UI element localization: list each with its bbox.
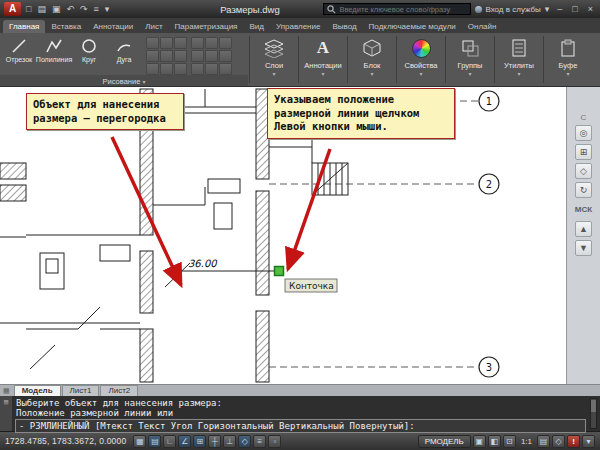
signin-area[interactable]: Вход в службы ▾ <box>475 2 550 16</box>
scroll-down-button[interactable]: ▼ <box>575 240 592 256</box>
new-file-icon[interactable]: □ <box>25 2 32 16</box>
grid-marker-number: 3 <box>486 362 492 373</box>
workspace-icon[interactable]: ▤ <box>537 435 550 448</box>
clipboard-panel-button[interactable]: Буфе ▾ <box>545 33 591 86</box>
modify-mini-icon[interactable] <box>191 63 204 75</box>
tab-vstavka[interactable]: Вставка <box>45 20 87 33</box>
modify-mini-icon[interactable] <box>174 37 187 49</box>
redo-icon[interactable]: ↷ <box>79 2 89 16</box>
draw-panel-title[interactable]: Рисование ▾ <box>0 75 248 87</box>
tab-list[interactable]: Лист <box>139 20 168 33</box>
annotation-panel-button[interactable]: A Аннотации ▾ <box>300 33 346 86</box>
tab-list2[interactable]: Лист2 <box>100 385 138 396</box>
modify-mini-icon[interactable] <box>146 63 159 75</box>
chevron-down-icon: ▾ <box>419 72 422 77</box>
navbar-pan-button[interactable]: ⊞ <box>575 144 592 160</box>
groups-panel-button[interactable]: Группы ▾ <box>447 33 493 86</box>
user-icon <box>475 6 482 13</box>
status-menu-icon[interactable]: ▾ <box>582 435 595 448</box>
tab-upravlenie[interactable]: Управление <box>270 20 326 33</box>
performance-icon[interactable]: ! <box>567 435 580 448</box>
tab-list1[interactable]: Лист1 <box>62 385 100 396</box>
properties-panel-button[interactable]: Свойства ▾ <box>398 33 444 86</box>
polyline-tool-button[interactable]: Полилиния <box>37 35 71 75</box>
circle-tool-button[interactable]: Круг <box>72 35 106 75</box>
signin-label: Вход в службы <box>485 5 540 14</box>
utilities-panel-button[interactable]: Утилиты ▾ <box>496 33 542 86</box>
command-history: Выберите объект для нанесения размера: П… <box>0 396 600 418</box>
lwt-toggle[interactable]: ≡ <box>253 435 266 448</box>
tab-parametrizaciya[interactable]: Параметризация <box>169 20 244 33</box>
modify-mini-icon[interactable] <box>219 50 232 62</box>
circle-icon <box>80 37 98 55</box>
save-icon[interactable]: ▣ <box>51 2 62 16</box>
command-line[interactable]: ▤ Выберите объект для нанесения размера:… <box>0 396 600 431</box>
modify-mini-icon[interactable] <box>160 63 173 75</box>
modify-mini-icon[interactable] <box>160 50 173 62</box>
modify-mini-grid <box>191 37 232 75</box>
modify-mini-icon[interactable] <box>219 37 232 49</box>
plot-icon[interactable]: ≡ <box>93 2 100 16</box>
tab-model[interactable]: Модель <box>14 385 61 396</box>
app-menu-button[interactable]: A <box>4 2 21 16</box>
modify-mini-icon[interactable] <box>160 37 173 49</box>
grid-toggle[interactable]: ▤ <box>148 435 161 448</box>
command-scrollbar-thumb[interactable] <box>591 400 596 412</box>
command-scrollbar[interactable] <box>590 398 597 429</box>
close-button[interactable]: × <box>585 4 596 14</box>
tab-glavnaya[interactable]: Главная <box>3 20 45 33</box>
tab-onlajn[interactable]: Онлайн <box>462 20 503 33</box>
scroll-up-button[interactable]: ▲ <box>575 221 592 237</box>
modify-mini-icon[interactable] <box>146 37 159 49</box>
tab-vyvod[interactable]: Вывод <box>326 20 362 33</box>
polar-toggle[interactable]: ∠ <box>178 435 191 448</box>
quickview-icon[interactable]: ◧ <box>488 435 501 448</box>
minimize-button[interactable]: – <box>554 4 565 14</box>
layout-nav-icon[interactable]: ▦ <box>3 387 10 395</box>
navbar-zoom-button[interactable]: ◇ <box>575 163 592 179</box>
chevron-down-icon: ▾ <box>468 72 471 77</box>
modify-mini-icon[interactable] <box>174 50 187 62</box>
modify-mini-icon[interactable] <box>146 50 159 62</box>
open-file-icon[interactable]: ▤ <box>36 2 47 16</box>
modify-mini-icon[interactable] <box>191 37 204 49</box>
ortho-toggle[interactable]: ∟ <box>163 435 176 448</box>
snap-toggle[interactable]: ▦ <box>133 435 146 448</box>
otrack-toggle[interactable]: ┼ <box>208 435 221 448</box>
tab-annotacii[interactable]: Аннотации <box>87 20 139 33</box>
callout-note-1: Объект для нанесения размера – перегород… <box>26 93 184 130</box>
undo-icon[interactable]: ↶ <box>65 2 75 16</box>
quick-access-chevron-icon[interactable]: ▾ <box>104 2 111 16</box>
modify-mini-icon[interactable] <box>219 63 232 75</box>
layers-panel-button[interactable]: Слои ▾ <box>251 33 297 86</box>
layout-model-icon[interactable]: ▣ <box>473 435 486 448</box>
lock-icon[interactable]: ◇ <box>552 435 565 448</box>
ribbon-tab-bar: Главная Вставка Аннотации Лист Параметри… <box>0 18 600 33</box>
arc-tool-button[interactable]: Дуга <box>107 35 141 75</box>
signin-chevron-icon: ▾ <box>544 2 551 16</box>
tab-vid[interactable]: Вид <box>243 20 269 33</box>
maximize-button[interactable]: □ <box>569 4 580 14</box>
modify-mini-icon[interactable] <box>205 63 218 75</box>
tab-moduli[interactable]: Подключаемые модули <box>363 20 462 33</box>
search-input[interactable] <box>339 5 467 14</box>
modify-mini-icon[interactable] <box>191 50 204 62</box>
modify-mini-icon[interactable] <box>174 63 187 75</box>
dyn-toggle[interactable]: ◇ <box>238 435 251 448</box>
osnap-toggle[interactable]: ⊞ <box>193 435 206 448</box>
block-panel-button[interactable]: Блок ▾ <box>349 33 395 86</box>
quickprops-toggle[interactable]: ▫ <box>268 435 281 448</box>
model-space-button[interactable]: РМОДЕЛЬ <box>418 435 471 448</box>
modify-mini-icon[interactable] <box>205 50 218 62</box>
navbar-wheel-button[interactable]: ◎ <box>575 125 592 141</box>
annotation-scale-icon[interactable]: ⊡ <box>503 435 516 448</box>
annotation-scale-value[interactable]: 1:1 <box>518 437 535 446</box>
command-input[interactable]: - РЗМЛИНЕЙНЫЙ [Мтекст Текст Угол Горизон… <box>15 419 586 433</box>
modify-mini-icon[interactable] <box>205 37 218 49</box>
help-search-box[interactable] <box>323 3 471 15</box>
line-tool-button[interactable]: Отрезок <box>2 35 36 75</box>
navbar-orbit-button[interactable]: ↻ <box>575 182 592 198</box>
snap-tooltip: Конточка <box>285 279 337 292</box>
drawing-canvas[interactable]: 1 2 3 36.00 Конточ <box>0 87 600 384</box>
ducs-toggle[interactable]: ⊥ <box>223 435 236 448</box>
